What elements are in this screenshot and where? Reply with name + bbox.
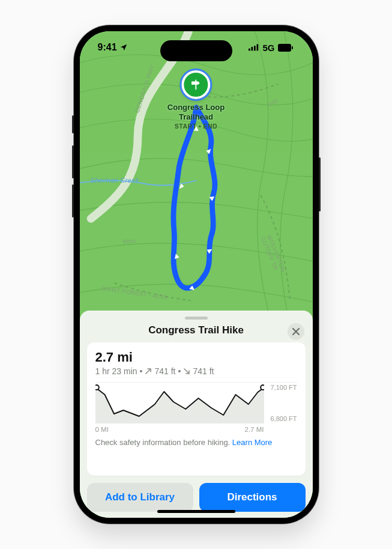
elev-top-label: 7,100 FT xyxy=(270,384,297,391)
sheet-grabber[interactable] xyxy=(185,317,208,320)
button-row: Add to Library Directions xyxy=(87,483,306,512)
pin-title: Congress Loop Trailhead xyxy=(167,103,225,121)
add-to-library-button[interactable]: Add to Library xyxy=(87,483,193,512)
descent-value: 741 ft xyxy=(193,366,214,376)
info-sheet[interactable]: Congress Trail Hike 2.7 mi 1 hr 23 min •… xyxy=(80,311,313,518)
volume-down xyxy=(72,184,74,217)
ascent-value: 741 ft xyxy=(154,366,175,376)
elev-bottom-label: 6,800 FT xyxy=(270,415,297,422)
phone-frame: 9:41 5G xyxy=(74,25,319,524)
dynamic-island xyxy=(160,40,232,61)
descent-icon xyxy=(183,368,190,375)
duration: 1 hr 23 min xyxy=(95,366,137,376)
svg-point-9 xyxy=(261,385,264,390)
card-title: Congress Trail Hike xyxy=(148,324,244,336)
home-indicator[interactable] xyxy=(157,510,235,513)
map-creek-label: Sherman Creek xyxy=(91,177,139,184)
x-end: 2.7 MI xyxy=(245,426,264,433)
elev-x-axis: 0 MI 2.7 MI xyxy=(95,426,297,433)
network-label: 5G xyxy=(262,43,274,53)
safety-text: Check safety information before hiking. xyxy=(95,438,231,447)
stats-card: 2.7 mi 1 hr 23 min • 741 ft • 741 ft 7,1… xyxy=(87,342,306,476)
screen: 9:41 5G xyxy=(80,31,313,518)
signpost-icon xyxy=(190,78,203,91)
elevation-chart: 7,100 FT 6,800 FT xyxy=(95,382,297,423)
status-time: 9:41 xyxy=(98,42,117,53)
learn-more-link[interactable]: Learn More xyxy=(232,438,272,447)
ascent-icon xyxy=(145,368,152,375)
contour-6800: 6800 xyxy=(123,238,136,244)
volume-up xyxy=(72,145,74,178)
trailhead-pin[interactable]: Congress Loop Trailhead START • END xyxy=(167,70,225,130)
svg-rect-1 xyxy=(252,47,253,50)
svg-point-8 xyxy=(95,385,99,390)
pin-circle xyxy=(182,70,211,99)
sub-stats: 1 hr 23 min • 741 ft • 741 ft xyxy=(95,366,297,376)
directions-button[interactable]: Directions xyxy=(199,483,306,512)
battery-icon xyxy=(278,44,294,52)
svg-rect-2 xyxy=(254,46,256,50)
svg-rect-0 xyxy=(249,49,250,51)
close-button[interactable] xyxy=(288,323,304,340)
cellular-icon xyxy=(249,44,259,51)
power-button xyxy=(319,157,321,211)
distance-value: 2.7 mi xyxy=(95,350,297,365)
safety-info: Check safety information before hiking. … xyxy=(95,438,297,447)
card-header: Congress Trail Hike xyxy=(87,324,306,336)
close-icon xyxy=(292,328,300,335)
svg-rect-4 xyxy=(278,44,291,52)
location-icon xyxy=(119,43,128,52)
pin-subtitle: START • END xyxy=(175,123,217,130)
side-button xyxy=(72,115,74,133)
x-start: 0 MI xyxy=(95,426,109,433)
elevation-svg xyxy=(95,383,264,423)
svg-rect-3 xyxy=(257,44,259,51)
svg-rect-5 xyxy=(292,46,293,49)
